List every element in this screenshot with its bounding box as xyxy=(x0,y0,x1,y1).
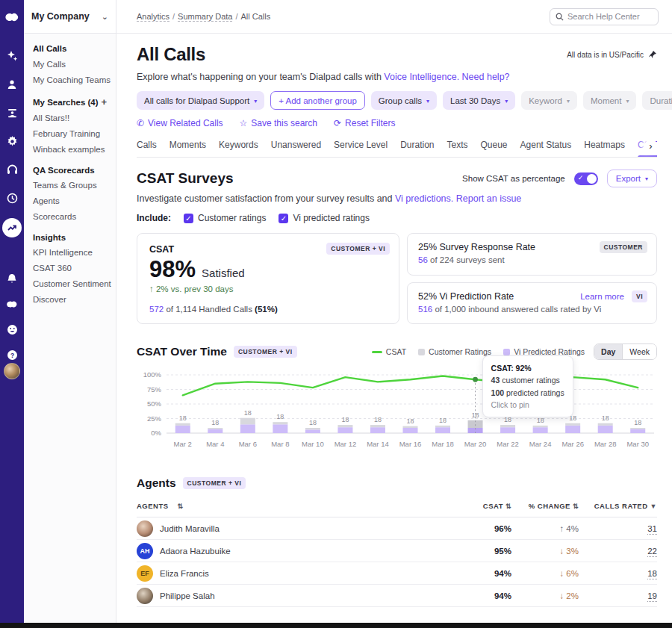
user-avatar[interactable] xyxy=(4,363,20,379)
filter-chip-moment[interactable]: Moment▾ xyxy=(583,91,637,110)
col-header-csat[interactable]: CSAT⇅ xyxy=(444,502,511,510)
view-related-calls-link[interactable]: ✆View Related Calls xyxy=(137,118,223,128)
tab-texts[interactable]: Texts xyxy=(447,140,468,157)
report-an-issue-link[interactable]: Report an issue xyxy=(456,193,522,204)
tab-duration[interactable]: Duration xyxy=(400,140,434,157)
bar-vi-predicted[interactable] xyxy=(598,426,613,433)
filter-chip-last-30-days[interactable]: Last 30 Days▾ xyxy=(443,91,515,110)
bar-vi-predicted[interactable] xyxy=(403,428,418,433)
sidebar-item-customer-sentiment[interactable]: Customer Sentiment xyxy=(33,279,107,288)
sidebar-item-agents[interactable]: Agents xyxy=(33,196,107,205)
vi-predictions-link[interactable]: Vi predictions. xyxy=(395,193,453,204)
csat-chart-svg[interactable]: 0%25%50%75%100%Mar 2Mar 4Mar 6Mar 8Mar 1… xyxy=(137,367,657,456)
bar-customer[interactable] xyxy=(337,425,352,427)
add-search-button[interactable]: + xyxy=(101,96,107,108)
tab-unanswered[interactable]: Unanswered xyxy=(271,140,321,157)
tab-heatmaps[interactable]: Heatmaps xyxy=(584,140,625,157)
tabs-scroll-right-icon[interactable]: › xyxy=(644,140,657,152)
tab-service-level[interactable]: Service Level xyxy=(334,140,388,157)
learn-more-link[interactable]: Learn more xyxy=(580,292,624,301)
tab-queue[interactable]: Queue xyxy=(481,140,508,157)
sidebar-item-kpi-intelligence[interactable]: KPI Intelligence xyxy=(33,248,107,257)
bar-vi-predicted[interactable] xyxy=(240,424,255,433)
bar-customer[interactable] xyxy=(273,422,287,424)
bar-customer[interactable] xyxy=(435,426,450,427)
bar-customer[interactable] xyxy=(305,428,320,429)
bar-customer[interactable] xyxy=(598,423,613,426)
granularity-week[interactable]: Week xyxy=(622,344,656,359)
bar-customer[interactable] xyxy=(208,428,223,429)
help-search-input[interactable] xyxy=(567,12,650,21)
customer-ratings-checkbox[interactable]: ✓ Customer ratings xyxy=(184,213,266,223)
company-switcher[interactable]: My Company ⌄ xyxy=(24,0,116,34)
call-history-icon[interactable] xyxy=(4,190,20,206)
agent-calls-rated-link[interactable]: 19 xyxy=(647,591,657,602)
reset-filters-link[interactable]: ⟳Reset Filters xyxy=(334,118,395,128)
bar-customer[interactable] xyxy=(175,423,190,426)
notifications-bell-icon[interactable] xyxy=(4,270,20,287)
bar-customer[interactable] xyxy=(533,426,548,427)
agent-calls-rated-link[interactable]: 18 xyxy=(647,569,657,579)
csat-chart[interactable]: 0%25%50%75%100%Mar 2Mar 4Mar 6Mar 8Mar 1… xyxy=(137,367,657,458)
sidebar-item-discover[interactable]: Discover xyxy=(33,295,107,304)
filter-chip-keyword[interactable]: Keyword▾ xyxy=(521,91,577,110)
bar-vi-predicted[interactable] xyxy=(305,429,320,433)
dialpad-logo-icon[interactable] xyxy=(4,9,20,25)
filter-chip-group-calls[interactable]: Group calls▾ xyxy=(371,91,437,110)
bar-vi-predicted[interactable] xyxy=(370,427,385,433)
need-help-link[interactable]: Need help? xyxy=(462,72,510,82)
bar-vi-predicted[interactable] xyxy=(565,426,580,433)
sidebar-item-winback-examples[interactable]: Winback examples xyxy=(33,145,107,154)
bar-customer[interactable] xyxy=(630,428,645,429)
sidebar-item-my-calls[interactable]: My Calls xyxy=(33,60,107,69)
analytics-icon-active[interactable] xyxy=(2,218,22,237)
bar-vi-predicted[interactable] xyxy=(500,427,515,433)
filter-chip-all-calls-for-dialpad-support[interactable]: All calls for Dialpad Support▾ xyxy=(137,91,264,110)
coaching-icon[interactable] xyxy=(4,105,20,121)
col-header-change[interactable]: % CHANGE⇅ xyxy=(511,502,579,510)
filter-chip-add-another-group[interactable]: + Add another group xyxy=(270,91,365,110)
handled-calls-link[interactable]: 572 xyxy=(149,305,164,314)
tab-keywords[interactable]: Keywords xyxy=(219,140,258,157)
granularity-day[interactable]: Day xyxy=(594,344,622,359)
sidebar-item-csat-360[interactable]: CSAT 360 xyxy=(33,264,107,273)
vi-predicted-ratings-checkbox[interactable]: ✓ Vi predicted ratings xyxy=(279,213,370,223)
agent-calls-rated-link[interactable]: 31 xyxy=(647,524,657,535)
settings-gear-icon[interactable] xyxy=(4,133,20,149)
breadcrumb-item-summary-data[interactable]: Summary Data xyxy=(178,12,232,22)
tab-moments[interactable]: Moments xyxy=(169,140,206,157)
agent-calls-rated-link[interactable]: 22 xyxy=(647,547,657,557)
bar-vi-predicted[interactable] xyxy=(175,426,190,433)
bar-vi-predicted[interactable] xyxy=(533,427,548,433)
bar-customer[interactable] xyxy=(500,425,515,427)
contacts-icon[interactable] xyxy=(4,76,20,93)
save-this-search-link[interactable]: ☆Save this search xyxy=(240,118,317,128)
table-row-judith-maravilla[interactable]: Judith Maravilla96%↑ 4%31 xyxy=(137,517,657,540)
help-question-icon[interactable]: ? xyxy=(4,346,20,363)
sidebar-item-all-stars[interactable]: All Stars!! xyxy=(33,114,107,122)
voice-intelligence-link[interactable]: Voice Intelligence. xyxy=(384,72,459,82)
bar-customer[interactable] xyxy=(370,425,385,427)
headset-icon[interactable] xyxy=(4,161,20,178)
bar-customer[interactable] xyxy=(565,423,580,426)
sidebar-item-scorecards[interactable]: Scorecards xyxy=(33,212,107,221)
bar-customer[interactable] xyxy=(403,426,418,428)
sidebar-item-my-coaching-teams[interactable]: My Coaching Teams xyxy=(33,75,107,84)
col-header-calls-rated[interactable]: CALLS RATED▼ xyxy=(579,502,657,510)
bar-vi-predicted[interactable] xyxy=(273,424,287,433)
bar-customer[interactable] xyxy=(240,418,255,425)
filter-chip-duration[interactable]: Duration▾ xyxy=(642,91,672,110)
pin-icon[interactable] xyxy=(648,50,657,59)
tab-calls[interactable]: Calls xyxy=(137,140,157,157)
ai-sparkles-icon[interactable] xyxy=(4,48,20,64)
sidebar-item-teams-groups[interactable]: Teams & Groups xyxy=(33,181,107,190)
bar-vi-predicted[interactable] xyxy=(435,427,450,433)
sidebar-item-february-training[interactable]: February Training xyxy=(33,129,107,138)
breadcrumb-item-analytics[interactable]: Analytics xyxy=(137,12,169,22)
table-row-philippe-salah[interactable]: Philippe Salah94%↓ 2%19 xyxy=(137,585,657,607)
export-button[interactable]: Export▾ xyxy=(607,170,657,187)
feedback-smiley-icon[interactable] xyxy=(4,321,20,338)
bar-vi-predicted[interactable] xyxy=(630,429,645,433)
tab-agent-status[interactable]: Agent Status xyxy=(520,140,572,157)
csat-percentage-toggle[interactable]: ✓ xyxy=(574,172,598,185)
